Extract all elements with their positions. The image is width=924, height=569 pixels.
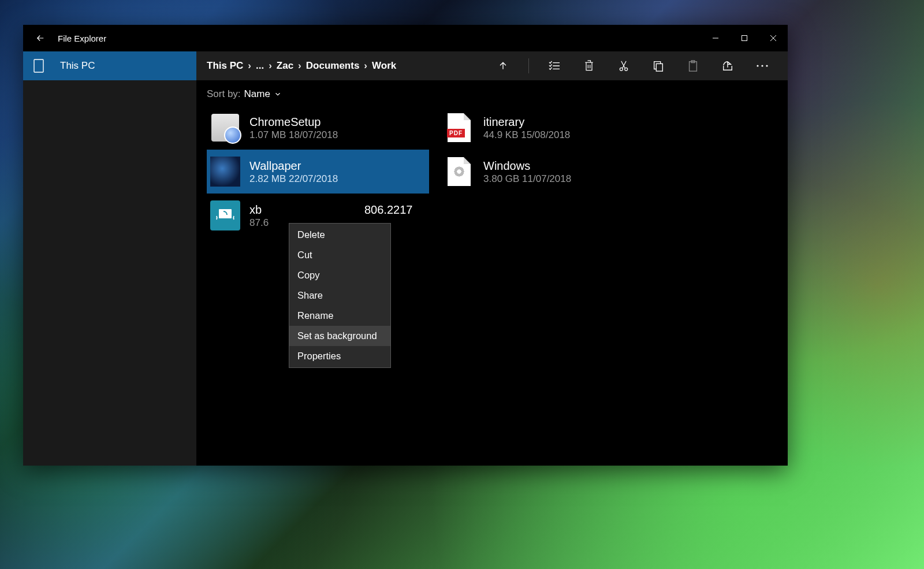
ctx-properties[interactable]: Properties — [289, 346, 390, 366]
file-grid: ChromeSetup 1.07 MB 18/07/2018 PDF itine… — [196, 106, 788, 237]
file-name: Wallpaper — [249, 159, 338, 173]
chevron-down-icon — [274, 90, 282, 98]
tablet-icon — [33, 59, 44, 73]
ellipsis-icon — [756, 64, 769, 68]
main-pane: This PC › ... › Zac › Documents › Work — [196, 51, 788, 466]
breadcrumb: This PC › ... › Zac › Documents › Work — [207, 60, 396, 72]
svg-point-8 — [757, 65, 758, 66]
svg-point-4 — [625, 68, 628, 70]
file-meta: 44.9 KB 15/08/2018 — [483, 129, 570, 141]
file-meta: 1.07 MB 18/07/2018 — [249, 129, 338, 141]
file-name: xboxwirelessdisplay_1806.2217 — [249, 203, 412, 217]
iso-icon — [444, 157, 474, 187]
toolbar-divider — [528, 58, 529, 73]
file-meta: 2.82 MB 22/07/2018 — [249, 173, 338, 185]
file-item[interactable]: ChromeSetup 1.07 MB 18/07/2018 — [207, 106, 429, 150]
up-button[interactable] — [488, 51, 518, 80]
svg-point-10 — [766, 65, 767, 66]
arrow-left-icon — [35, 33, 46, 43]
file-explorer-window: File Explorer This PC This PC › — [23, 25, 788, 466]
select-all-button[interactable] — [539, 51, 569, 80]
svg-point-9 — [761, 65, 763, 66]
share-button[interactable] — [713, 51, 743, 80]
back-button[interactable] — [23, 33, 58, 43]
more-button[interactable] — [747, 51, 777, 80]
svg-rect-11 — [219, 209, 232, 218]
minimize-icon — [712, 35, 719, 42]
app-title: File Explorer — [58, 34, 106, 43]
sidebar-item-label: This PC — [60, 60, 95, 72]
chevron-right-icon: › — [269, 60, 272, 72]
sort-by-value: Name — [244, 88, 270, 100]
pdf-icon: PDF — [444, 113, 474, 143]
sort-by-dropdown[interactable]: Sort by: Name — [196, 80, 788, 106]
share-icon — [721, 60, 734, 72]
chevron-right-icon: › — [248, 60, 251, 72]
file-item[interactable]: Wallpaper 2.82 MB 22/07/2018 — [207, 150, 429, 194]
checklist-icon — [548, 61, 561, 71]
close-icon — [770, 35, 777, 42]
file-name: Windows — [483, 159, 571, 173]
ctx-cut[interactable]: Cut — [289, 245, 390, 265]
breadcrumb-segment[interactable]: ... — [256, 60, 264, 72]
cut-button[interactable] — [609, 51, 639, 80]
svg-point-3 — [620, 68, 623, 70]
ctx-copy[interactable]: Copy — [289, 265, 390, 285]
ctx-rename[interactable]: Rename — [289, 306, 390, 326]
svg-rect-2 — [34, 59, 43, 72]
breadcrumb-segment[interactable]: Zac — [277, 60, 293, 72]
titlebar: File Explorer — [23, 25, 788, 51]
image-thumbnail-icon — [210, 157, 240, 187]
toolbar: This PC › ... › Zac › Documents › Work — [196, 51, 788, 80]
close-button[interactable] — [759, 25, 788, 51]
paste-icon — [687, 59, 699, 72]
svg-rect-1 — [742, 36, 747, 41]
arrow-up-icon — [497, 60, 509, 72]
breadcrumb-segment[interactable]: Documents — [306, 60, 360, 72]
context-menu: Delete Cut Copy Share Rename Set as back… — [289, 223, 391, 368]
file-name: itinerary — [483, 115, 570, 129]
breadcrumb-segment[interactable]: This PC — [207, 60, 243, 72]
sidebar: This PC — [23, 51, 196, 466]
trash-icon — [583, 59, 595, 72]
ctx-share[interactable]: Share — [289, 285, 390, 306]
installer-icon — [210, 113, 240, 143]
file-name: ChromeSetup — [249, 115, 338, 129]
minimize-button[interactable] — [701, 25, 730, 51]
chevron-right-icon: › — [364, 60, 367, 72]
maximize-icon — [741, 35, 748, 42]
file-item[interactable]: PDF itinerary 44.9 KB 15/08/2018 — [441, 106, 663, 150]
ctx-delete[interactable]: Delete — [289, 225, 390, 245]
file-meta: 3.80 GB 11/07/2018 — [483, 173, 571, 185]
chevron-right-icon: › — [298, 60, 301, 72]
scissors-icon — [618, 59, 629, 72]
maximize-button[interactable] — [730, 25, 759, 51]
delete-button[interactable] — [574, 51, 604, 80]
ctx-set-as-background[interactable]: Set as background — [289, 326, 390, 346]
file-item[interactable]: Windows 3.80 GB 11/07/2018 — [441, 150, 663, 194]
svg-rect-5 — [656, 64, 662, 71]
wireless-display-icon — [210, 200, 240, 230]
sidebar-item-this-pc[interactable]: This PC — [23, 51, 196, 80]
sort-by-label: Sort by: — [207, 88, 241, 100]
breadcrumb-segment[interactable]: Work — [372, 60, 396, 72]
copy-icon — [652, 59, 665, 72]
copy-button[interactable] — [643, 51, 673, 80]
paste-button[interactable] — [678, 51, 708, 80]
